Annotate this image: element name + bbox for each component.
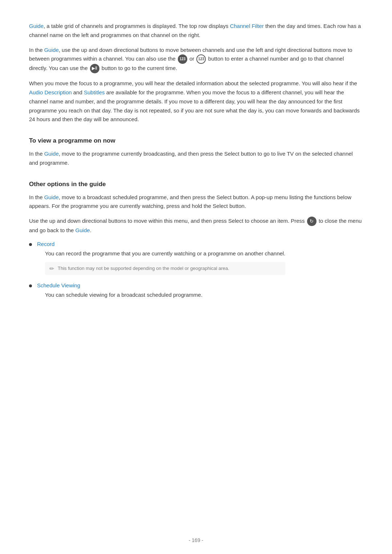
pencil-icon: ✏ xyxy=(49,265,54,272)
subtitles-link[interactable]: Subtitles xyxy=(84,89,105,95)
record-description: You can record the programme that you ar… xyxy=(45,249,285,258)
audio-description-link[interactable]: Audio Description xyxy=(29,89,72,95)
schedule-description: You can schedule viewing for a broadcast… xyxy=(45,291,203,300)
section2-paragraph2: Use the up and down directional buttons … xyxy=(29,217,363,235)
s1-text-after: , move to the programme currently broadc… xyxy=(29,151,353,166)
s1-text-before: In the xyxy=(29,151,44,157)
para2-text-end: button to go to the current time. xyxy=(100,65,177,71)
section2-paragraph1: In the Guide, move to a broadcast schedu… xyxy=(29,193,363,211)
section-other-options: Other options in the guide In the Guide,… xyxy=(29,181,363,300)
guide-link-2[interactable]: Guide xyxy=(44,47,59,53)
section1-heading: To view a programme on now xyxy=(29,137,363,144)
s2p2-text-end: . xyxy=(90,227,91,233)
s2p1-text-after: , move to a broadcast scheduled programm… xyxy=(29,194,351,209)
bullet-list: Record You can record the programme that… xyxy=(29,241,363,300)
guide-link-4[interactable]: Guide xyxy=(44,194,59,200)
page-number: - 169 - xyxy=(189,537,203,543)
paragraph-3: When you move the focus to a programme, … xyxy=(29,79,363,124)
para3-text-and: and xyxy=(72,89,84,95)
para2-text-before: In the xyxy=(29,47,44,53)
schedule-content: Schedule Viewing You can schedule viewin… xyxy=(37,282,203,300)
record-note-text: This function may not be supported depen… xyxy=(58,265,229,272)
para3-text-before: When you move the focus to a programme, … xyxy=(29,80,357,86)
guide-link-1[interactable]: Guide xyxy=(29,23,44,29)
guide-link-5[interactable]: Guide xyxy=(75,227,90,233)
play-info-icon: ▶Ⅱ xyxy=(90,64,99,73)
channel-filter-link[interactable]: Channel Filter xyxy=(230,23,264,29)
s2p2-text-before: Use the up and down directional buttons … xyxy=(29,218,306,224)
schedule-viewing-link[interactable]: Schedule Viewing xyxy=(37,282,80,288)
bullet-dot-record xyxy=(29,243,32,246)
section2-heading: Other options in the guide xyxy=(29,181,363,188)
section1-paragraph: In the Guide, move to the programme curr… xyxy=(29,149,363,168)
s2p1-text-before: In the xyxy=(29,194,44,200)
record-content: Record You can record the programme that… xyxy=(37,241,285,279)
para1-text-after-guide: , a table grid of channels and programme… xyxy=(44,23,230,29)
list-item-record: Record You can record the programme that… xyxy=(29,241,363,279)
record-link[interactable]: Record xyxy=(37,241,54,247)
page-footer: - 169 - xyxy=(0,537,392,543)
paragraph-1: Guide, a table grid of channels and prog… xyxy=(29,22,363,40)
num-badge-filled: 123 xyxy=(178,54,187,64)
bullet-dot-schedule xyxy=(29,284,32,287)
list-item-schedule-viewing: Schedule Viewing You can schedule viewin… xyxy=(29,282,363,300)
para2-text-or: or xyxy=(188,56,196,62)
record-note: ✏ This function may not be supported dep… xyxy=(45,262,285,275)
paragraph-2: In the Guide, use the up and down direct… xyxy=(29,46,363,74)
back-icon: ↻ xyxy=(307,217,317,226)
guide-link-3[interactable]: Guide xyxy=(44,151,59,157)
num-badge-outlined: 123 xyxy=(196,54,206,64)
section-view-programme: To view a programme on now In the Guide,… xyxy=(29,137,363,168)
page-container: Guide, a table grid of channels and prog… xyxy=(0,0,392,332)
